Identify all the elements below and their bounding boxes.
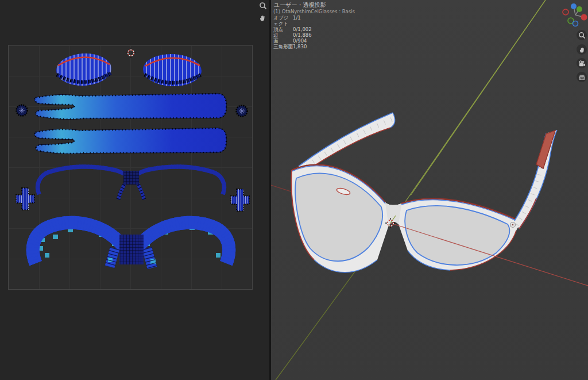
navigation-gizmo[interactable] xyxy=(563,3,587,26)
gizmo-x-axis[interactable] xyxy=(581,14,587,21)
pan-icon[interactable] xyxy=(257,13,268,23)
scene-statistics: オブジェクト 1/1 頂点 0/1,002 辺 0/1,886 面 0/904 … xyxy=(273,15,312,49)
gizmo-z-axis-neg[interactable] xyxy=(573,21,578,26)
camera-view-icon[interactable] xyxy=(577,58,587,68)
zoom-icon[interactable] xyxy=(577,30,587,40)
uv-island-temple-strip-1[interactable] xyxy=(34,94,226,119)
blender-window: ユーザー・透視投影 (1) OtaNyrshimCelGlasses : Bas… xyxy=(0,0,588,380)
stat-row-edges: 辺 0/1,886 xyxy=(273,32,312,38)
uv-2d-cursor[interactable] xyxy=(126,48,136,58)
uv-island-lens-right[interactable] xyxy=(142,52,203,89)
active-object-info: (1) OtaNyrshimCelGlasses : Basis xyxy=(273,9,355,14)
uv-island-lens-left[interactable] xyxy=(55,52,113,87)
stat-row-vertices: 頂点 0/1,002 xyxy=(273,26,312,32)
gizmo-y-axis[interactable] xyxy=(577,6,582,12)
uv-island-endcap-right[interactable] xyxy=(237,106,247,117)
viewport-3d-panel[interactable]: ユーザー・透視投影 (1) OtaNyrshimCelGlasses : Bas… xyxy=(271,0,588,380)
zoom-icon[interactable] xyxy=(258,1,268,11)
gizmo-x-axis-neg[interactable] xyxy=(563,9,568,15)
uv-island-hinge-right[interactable] xyxy=(231,189,249,211)
uv-islands-layer xyxy=(0,0,269,380)
uv-island-frame-band[interactable] xyxy=(33,222,229,268)
glasses-mesh[interactable] xyxy=(291,113,557,272)
stat-row-triangles: 三角形面 1,830 xyxy=(273,44,312,49)
gizmo-z-axis[interactable] xyxy=(571,3,577,9)
uv-island-endcap-left[interactable] xyxy=(17,105,28,116)
view-label: ユーザー・透視投影 xyxy=(274,2,326,9)
uv-island-temple-strip-2[interactable] xyxy=(34,128,226,153)
uv-editor-panel[interactable] xyxy=(0,0,269,380)
viewport-scene xyxy=(271,0,588,380)
uv-island-hinge-left[interactable] xyxy=(16,188,34,210)
ortho-toggle-icon[interactable] xyxy=(577,72,587,82)
stat-row-objects: オブジェクト 1/1 xyxy=(273,15,312,26)
stat-row-faces: 面 0/904 xyxy=(273,38,312,44)
uv-island-browline[interactable] xyxy=(38,167,225,199)
pan-icon[interactable] xyxy=(577,44,587,55)
